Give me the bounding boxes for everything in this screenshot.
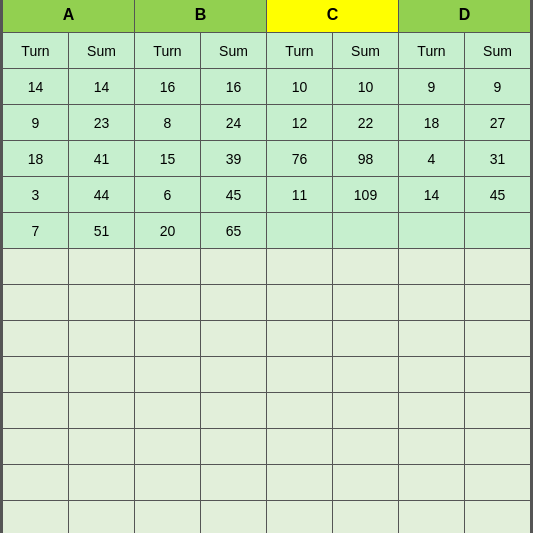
empty-cell <box>201 357 267 393</box>
empty-cell <box>465 321 531 357</box>
empty-cell <box>465 429 531 465</box>
table-cell: 18 <box>399 105 465 141</box>
table-cell: 22 <box>333 105 399 141</box>
table-cell: 11 <box>267 177 333 213</box>
header-b: B <box>135 0 267 33</box>
table-cell <box>333 213 399 249</box>
empty-cell <box>465 357 531 393</box>
table-cell: 6 <box>135 177 201 213</box>
empty-cell <box>333 393 399 429</box>
empty-cell <box>399 357 465 393</box>
table-cell: 14 <box>69 69 135 105</box>
table-cell: 9 <box>3 105 69 141</box>
empty-cell <box>69 465 135 501</box>
table-cell: 76 <box>267 141 333 177</box>
empty-row <box>3 357 531 393</box>
header-a: A <box>3 0 135 33</box>
empty-cell <box>3 501 69 534</box>
table-cell: 51 <box>69 213 135 249</box>
empty-cell <box>465 249 531 285</box>
empty-cell <box>267 393 333 429</box>
empty-cell <box>399 393 465 429</box>
empty-cell <box>135 429 201 465</box>
empty-cell <box>135 501 201 534</box>
subheader-c-turn: Turn <box>267 33 333 69</box>
empty-cell <box>333 285 399 321</box>
empty-cell <box>465 501 531 534</box>
empty-row <box>3 429 531 465</box>
subheader-d-turn: Turn <box>399 33 465 69</box>
table-cell: 16 <box>135 69 201 105</box>
empty-cell <box>69 321 135 357</box>
empty-row <box>3 501 531 534</box>
empty-cell <box>267 465 333 501</box>
empty-cell <box>267 249 333 285</box>
header-c: C <box>267 0 399 33</box>
empty-cell <box>333 249 399 285</box>
table-row: 92382412221827 <box>3 105 531 141</box>
empty-cell <box>267 501 333 534</box>
table-cell: 4 <box>399 141 465 177</box>
empty-cell <box>333 357 399 393</box>
table-cell <box>399 213 465 249</box>
table-body: 1414161610109992382412221827184115397698… <box>3 69 531 534</box>
table-cell: 45 <box>201 177 267 213</box>
table-cell: 3 <box>3 177 69 213</box>
subheader-a-sum: Sum <box>69 33 135 69</box>
table-cell: 20 <box>135 213 201 249</box>
empty-cell <box>465 285 531 321</box>
empty-cell <box>399 501 465 534</box>
header-row: A B C D <box>3 0 531 33</box>
table-cell: 16 <box>201 69 267 105</box>
empty-cell <box>135 285 201 321</box>
empty-cell <box>201 249 267 285</box>
empty-cell <box>201 501 267 534</box>
table-cell: 109 <box>333 177 399 213</box>
subheader-b-sum: Sum <box>201 33 267 69</box>
table-cell: 7 <box>3 213 69 249</box>
empty-row <box>3 321 531 357</box>
empty-cell <box>201 285 267 321</box>
table-cell: 45 <box>465 177 531 213</box>
header-d: D <box>399 0 531 33</box>
empty-cell <box>333 501 399 534</box>
table-cell: 44 <box>69 177 135 213</box>
empty-cell <box>135 465 201 501</box>
table-cell: 31 <box>465 141 531 177</box>
empty-cell <box>465 393 531 429</box>
empty-cell <box>3 249 69 285</box>
table-cell: 9 <box>399 69 465 105</box>
table-cell: 27 <box>465 105 531 141</box>
table-row: 14141616101099 <box>3 69 531 105</box>
empty-cell <box>333 429 399 465</box>
table-cell: 14 <box>3 69 69 105</box>
empty-cell <box>465 465 531 501</box>
empty-row <box>3 465 531 501</box>
table-row: 7512065 <box>3 213 531 249</box>
empty-cell <box>135 393 201 429</box>
empty-cell <box>267 321 333 357</box>
empty-cell <box>201 465 267 501</box>
table-cell: 12 <box>267 105 333 141</box>
empty-cell <box>399 249 465 285</box>
empty-cell <box>267 357 333 393</box>
table-cell: 98 <box>333 141 399 177</box>
empty-cell <box>3 321 69 357</box>
table-cell: 18 <box>3 141 69 177</box>
table-row: 344645111091445 <box>3 177 531 213</box>
table-cell: 23 <box>69 105 135 141</box>
table-cell: 9 <box>465 69 531 105</box>
empty-cell <box>135 357 201 393</box>
empty-cell <box>3 285 69 321</box>
empty-cell <box>3 465 69 501</box>
empty-row <box>3 249 531 285</box>
table-cell: 39 <box>201 141 267 177</box>
empty-cell <box>69 249 135 285</box>
empty-cell <box>399 429 465 465</box>
subheader-c-sum: Sum <box>333 33 399 69</box>
table-cell: 10 <box>333 69 399 105</box>
empty-cell <box>267 429 333 465</box>
subheader-b-turn: Turn <box>135 33 201 69</box>
empty-row <box>3 393 531 429</box>
empty-cell <box>3 429 69 465</box>
